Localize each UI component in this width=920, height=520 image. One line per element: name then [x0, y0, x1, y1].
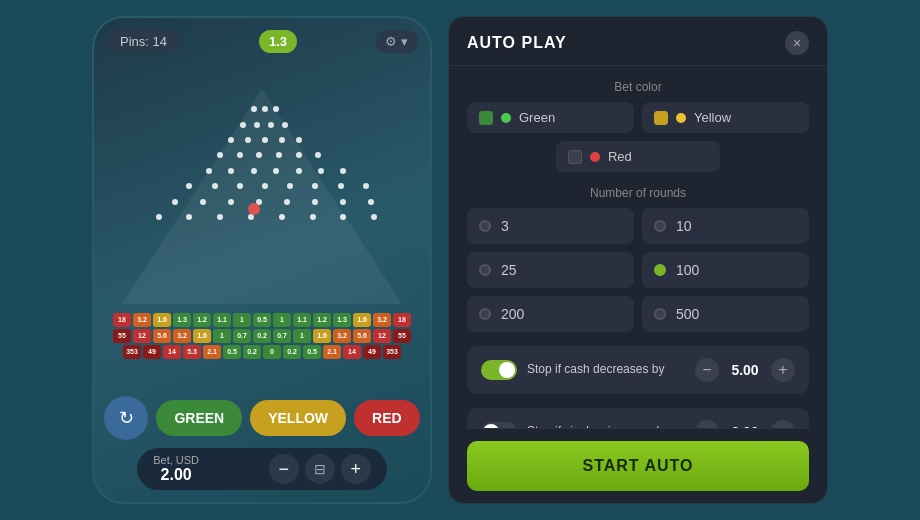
round-radio-100[interactable]: [654, 264, 666, 276]
score-cell: 49: [363, 345, 381, 359]
score-cell: 0.7: [273, 329, 291, 343]
score-cell: 0.5: [223, 345, 241, 359]
score-cell: 5.6: [353, 329, 371, 343]
score-cell: 1: [293, 329, 311, 343]
rounds-grid: 3 10 25 100: [467, 208, 809, 332]
bet-value: 2.00: [161, 466, 192, 484]
score-cell: 1.6: [193, 329, 211, 343]
pins-badge: Pins: 14: [106, 30, 181, 53]
bet-plus-button[interactable]: +: [341, 454, 371, 484]
round-value-100: 100: [676, 262, 699, 278]
score-cell: 2.1: [203, 345, 221, 359]
bet-minus-button[interactable]: −: [269, 454, 299, 484]
game-area: 18 3.2 1.6 1.3 1.2 1.1 1 0.5 1 1.1 1.2 1…: [106, 61, 418, 388]
score-cell: 0.2: [243, 345, 261, 359]
score-cell: 14: [343, 345, 361, 359]
refresh-button[interactable]: ↻: [104, 396, 148, 440]
score-cell: 1.1: [293, 313, 311, 327]
start-auto-button[interactable]: START AUTO: [467, 441, 809, 491]
close-button[interactable]: ×: [785, 31, 809, 55]
round-radio-25[interactable]: [479, 264, 491, 276]
round-option-25[interactable]: 25: [467, 252, 634, 288]
stop-cash-label: Stop if cash decreases by: [527, 362, 685, 378]
score-cell: 0.5: [303, 345, 321, 359]
round-radio-3[interactable]: [479, 220, 491, 232]
score-cell: 1.6: [153, 313, 171, 327]
stop-cash-minus[interactable]: −: [695, 358, 719, 382]
round-radio-10[interactable]: [654, 220, 666, 232]
color-option-red[interactable]: Red: [556, 141, 720, 172]
score-cell: 14: [163, 345, 181, 359]
score-cell: 55: [393, 329, 411, 343]
round-option-200[interactable]: 200: [467, 296, 634, 332]
score-cell: 1.1: [213, 313, 231, 327]
bottom-controls: ↻ GREEN YELLOW RED Bet, USD 2.00 − ⊟ +: [106, 396, 418, 490]
round-option-10[interactable]: 10: [642, 208, 809, 244]
score-cell: 0.2: [283, 345, 301, 359]
green-dot: [501, 113, 511, 123]
round-radio-500[interactable]: [654, 308, 666, 320]
score-cell: 2.1: [323, 345, 341, 359]
score-cell: 49: [143, 345, 161, 359]
color-option-green[interactable]: Green: [467, 102, 634, 133]
score-cell: 1.2: [193, 313, 211, 327]
round-option-100[interactable]: 100: [642, 252, 809, 288]
yellow-checkbox[interactable]: [654, 111, 668, 125]
round-value-200: 200: [501, 306, 524, 322]
yellow-label: Yellow: [694, 110, 731, 125]
score-cell: 3.2: [333, 329, 351, 343]
settings-button[interactable]: ⚙ ▾: [375, 30, 418, 53]
round-radio-200[interactable]: [479, 308, 491, 320]
round-value-25: 25: [501, 262, 517, 278]
green-checkbox[interactable]: [479, 111, 493, 125]
score-cell: 0.5: [253, 313, 271, 327]
bet-controls: − ⊟ +: [269, 454, 371, 484]
stop-cash-plus[interactable]: +: [771, 358, 795, 382]
score-cell: 1.3: [173, 313, 191, 327]
stop-win-toggle[interactable]: [481, 422, 517, 428]
red-label: Red: [608, 149, 632, 164]
red-button[interactable]: RED: [354, 400, 420, 436]
score-cell: 0.2: [253, 329, 271, 343]
stop-win-row: Stop if single win exceeds − 0.00 +: [467, 408, 809, 428]
stop-win-plus[interactable]: +: [771, 420, 795, 428]
score-row-3: 353 49 14 5.3 2.1 0.5 0.2 0 0.2 0.5 2.1 …: [106, 345, 418, 359]
round-value-10: 10: [676, 218, 692, 234]
score-cell: 12: [133, 329, 151, 343]
stop-cash-toggle[interactable]: [481, 360, 517, 380]
panel-body: Bet color Green Yellow: [449, 66, 827, 428]
score-cell: 18: [393, 313, 411, 327]
phone-left: Pins: 14 1.3 ⚙ ▾: [92, 16, 432, 504]
score-cell: 12: [373, 329, 391, 343]
stop-win-input-group: − 0.00 +: [695, 420, 795, 428]
plinko-board: [122, 89, 402, 309]
score-cell: 1.3: [333, 313, 351, 327]
green-button[interactable]: GREEN: [156, 400, 242, 436]
main-container: Pins: 14 1.3 ⚙ ▾: [0, 0, 920, 520]
score-cell: 5.6: [153, 329, 171, 343]
color-option-yellow[interactable]: Yellow: [642, 102, 809, 133]
round-option-3[interactable]: 3: [467, 208, 634, 244]
red-checkbox[interactable]: [568, 150, 582, 164]
round-value-500: 500: [676, 306, 699, 322]
score-row-1: 18 3.2 1.6 1.3 1.2 1.1 1 0.5 1 1.1 1.2 1…: [106, 313, 418, 327]
round-value-3: 3: [501, 218, 509, 234]
red-dot: [590, 152, 600, 162]
score-cell: 55: [113, 329, 131, 343]
yellow-button[interactable]: YELLOW: [250, 400, 346, 436]
panel-header: AUTO PLAY ×: [449, 17, 827, 66]
toggle-knob-2: [483, 424, 499, 428]
score-cell: 0.7: [233, 329, 251, 343]
bet-color-row3: Red: [467, 141, 809, 172]
round-option-500[interactable]: 500: [642, 296, 809, 332]
stop-win-minus[interactable]: −: [695, 420, 719, 428]
yellow-dot: [676, 113, 686, 123]
score-cell: 1: [213, 329, 231, 343]
bet-color-section: Bet color Green Yellow: [467, 80, 809, 172]
toggle-knob: [499, 362, 515, 378]
score-cell: 3.2: [133, 313, 151, 327]
gear-icon: ⚙: [385, 34, 397, 49]
stack-button[interactable]: ⊟: [305, 454, 335, 484]
stop-cash-input-group: − 5.00 +: [695, 358, 795, 382]
score-cell: 18: [113, 313, 131, 327]
